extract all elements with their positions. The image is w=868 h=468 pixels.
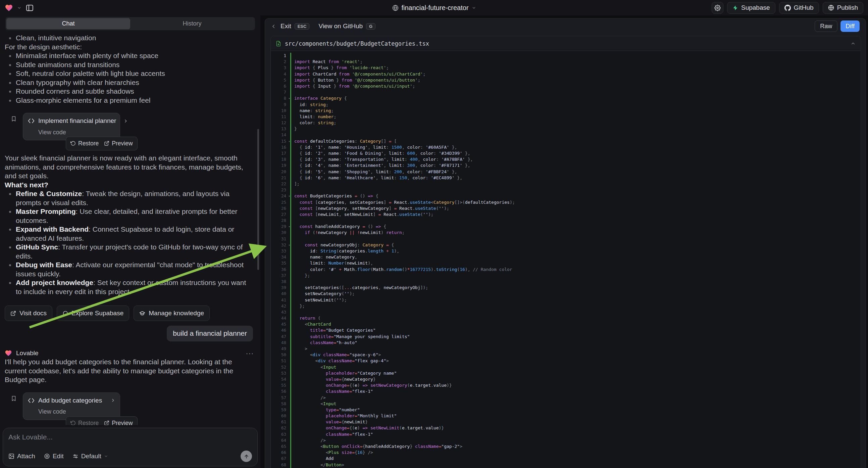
code-line-content: Add (290, 456, 861, 462)
project-switcher[interactable]: financial-future-creator (392, 4, 476, 12)
code-line: 32▾ const newCategoryObj: Category = { (271, 242, 861, 248)
preview-button[interactable]: Preview (104, 139, 132, 148)
view-code-link[interactable]: View code (28, 128, 115, 137)
lovable-heart-icon (5, 350, 12, 357)
code-line: 64 /> (271, 437, 861, 443)
github-button[interactable]: GitHub (779, 2, 819, 14)
code-line: 60 placeholder="Monthly limit" (271, 413, 861, 419)
publish-label: Publish (837, 4, 858, 11)
arrow-up-icon (244, 454, 249, 459)
sidebar-toggle-icon[interactable] (26, 4, 34, 12)
bookmark-icon[interactable] (11, 395, 17, 402)
collapse-chevron-up-icon[interactable] (850, 41, 856, 46)
bookmark-icon[interactable] (11, 116, 17, 122)
file-added-icon (276, 40, 281, 47)
code-line-content: <div className="space-y-6"> (290, 352, 861, 358)
code-line: 55 onChange={(e) => setNewCategory(e.tar… (271, 382, 861, 388)
code-line: 50 <div className="space-y-6"> (271, 352, 861, 358)
assistant-reply-1: I'll help you add budget categories to t… (5, 357, 254, 384)
view-on-github-button[interactable]: View on GitHub G (318, 23, 375, 30)
fold-chevron-icon[interactable]: ▾ (288, 224, 290, 230)
code-editor[interactable]: 12import React from 'react';3import { Pl… (271, 51, 861, 468)
code-line: 59 type="number" (271, 407, 861, 413)
code-line-content: > (290, 346, 861, 352)
edit-card-add-budget-categories[interactable]: Add budget categories View code (23, 392, 120, 420)
code-line-content: <Plus size={16} /> (290, 449, 861, 456)
item-lead: Debug with Ease (16, 261, 72, 269)
lovable-logo-icon[interactable] (5, 4, 13, 12)
edit-card-title: Add budget categories (38, 396, 102, 405)
code-line: 51 <div className="flex gap-4"> (271, 358, 861, 364)
fold-chevron-icon[interactable]: ▾ (288, 95, 290, 101)
line-number: 39 (271, 285, 290, 291)
line-number: 9 (271, 102, 290, 108)
line-number: 5 (271, 77, 290, 83)
code-line-content (290, 187, 861, 193)
line-number: 38 (271, 279, 290, 285)
edit-mode-button[interactable]: Edit (44, 452, 64, 460)
explore-supabase-label: Explore Supabase (71, 309, 123, 318)
target-icon (44, 453, 50, 459)
line-number: 16 (271, 144, 290, 150)
exit-label: Exit (280, 23, 291, 30)
visit-docs-button[interactable]: Visit docs (5, 305, 52, 321)
item-lead: Add project knowledge (16, 279, 93, 286)
supabase-button[interactable]: Supabase (727, 2, 775, 14)
fold-chevron-icon[interactable]: ▾ (288, 193, 290, 199)
fold-chevron-icon[interactable]: ▾ (288, 138, 290, 144)
chat-input[interactable]: Ask Lovable... (8, 433, 252, 441)
tab-history[interactable]: History (130, 18, 254, 29)
file-header[interactable]: src/components/budget/BudgetCategories.t… (271, 36, 861, 51)
line-number: 19 (271, 163, 290, 169)
restore-button[interactable]: Restore (70, 419, 99, 426)
manage-knowledge-button[interactable]: Manage knowledge (133, 305, 210, 321)
code-line-content: <Button onClick={handleAddCategory} clas… (290, 443, 861, 449)
attach-button[interactable]: Attach (8, 452, 35, 460)
line-number: 58 (271, 401, 290, 407)
code-line: 19 { id: '4', name: 'Entertainment', lim… (271, 163, 861, 169)
code-line-content: value={newLimit} (290, 419, 861, 425)
back-chevron-icon[interactable] (271, 24, 276, 29)
message-menu-icon[interactable]: ··· (246, 351, 254, 355)
code-line: 27 const [newLimit, setNewLimit] = React… (271, 211, 861, 217)
send-button[interactable] (241, 450, 252, 462)
code-line: 49 > (271, 346, 861, 352)
code-line: 66 <Plus size={16} /> (271, 449, 861, 456)
tab-chat[interactable]: Chat (6, 18, 130, 29)
settings-button[interactable] (712, 2, 723, 14)
g-kbd-badge: G (366, 23, 375, 30)
publish-button[interactable]: Publish (823, 2, 863, 14)
workspace-chevron-down-icon[interactable] (17, 6, 22, 10)
exit-button[interactable]: Exit ESC (280, 23, 309, 30)
code-line-content: { id: '6', name: 'Healthcare', limit: 15… (290, 175, 861, 181)
edit-card-implement-financial-planner[interactable]: Implement financial planner View code (23, 113, 120, 140)
code-line: 46 title="Budget Categories" (271, 327, 861, 333)
code-line-content: ]; (290, 181, 861, 187)
code-line-content: <ChartCard (290, 321, 861, 327)
code-line-content: type="number" (290, 407, 861, 413)
diff-toggle-button[interactable]: Diff (840, 21, 860, 32)
code-line: 56 className="flex-1" (271, 388, 861, 394)
file-path: src/components/budget/BudgetCategories.t… (285, 40, 429, 47)
chat-messages: Clean, intuitive navigation For the desi… (0, 30, 260, 425)
code-line: 37 }; (271, 273, 861, 279)
code-line: 38 (271, 279, 861, 285)
code-line-content: const handleAddCategory = () => { (290, 224, 861, 230)
explore-supabase-button[interactable]: Explore Supabase (57, 305, 129, 321)
line-number: 41 (271, 297, 290, 303)
line-number: 50 (271, 352, 290, 358)
line-number: 28 (271, 217, 290, 224)
chat-scrollbar[interactable] (257, 129, 259, 270)
publish-globe-icon (828, 5, 834, 11)
raw-toggle-button[interactable]: Raw (815, 21, 837, 32)
view-code-link[interactable]: View code (28, 407, 115, 416)
fold-chevron-icon[interactable]: ▾ (288, 242, 290, 248)
code-line: 31 (271, 236, 861, 242)
model-selector[interactable]: Default (72, 452, 108, 460)
code-line-content: /> (290, 395, 861, 401)
line-number: 18 (271, 156, 290, 163)
project-chevron-down-icon (472, 6, 476, 10)
restore-button[interactable]: Restore (70, 139, 99, 148)
list-item: Glass-morphic elements for a premium fee… (5, 96, 254, 105)
preview-button[interactable]: Preview (104, 419, 132, 426)
